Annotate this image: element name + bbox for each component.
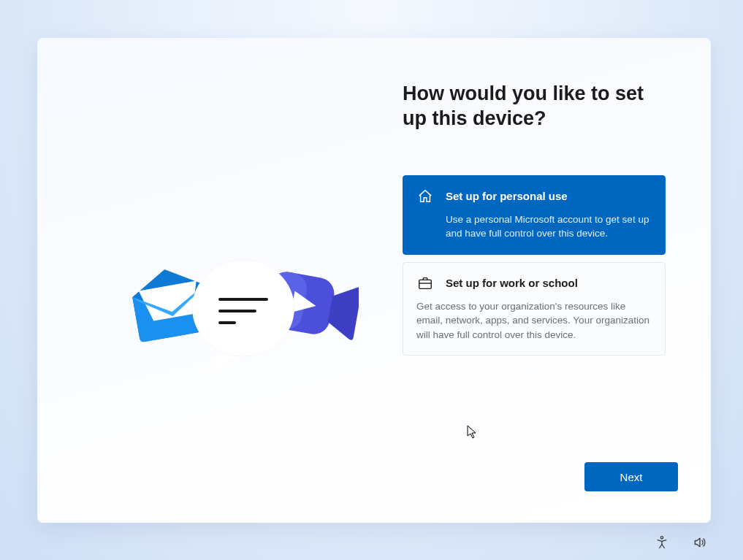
volume-icon[interactable] <box>690 532 710 553</box>
content-pane: How would you like to set up this device… <box>373 38 711 523</box>
option-personal-header: Set up for personal use <box>416 188 652 205</box>
svg-rect-7 <box>419 280 432 288</box>
briefcase-icon <box>416 275 434 292</box>
option-personal-description: Use a personal Microsoft account to get … <box>416 212 652 241</box>
option-work-title: Set up for work or school <box>446 277 578 289</box>
next-button[interactable]: Next <box>584 462 678 491</box>
option-work-header: Set up for work or school <box>416 275 652 292</box>
option-work-school[interactable]: Set up for work or school Get access to … <box>403 262 666 356</box>
home-icon <box>416 188 434 205</box>
option-personal-title: Set up for personal use <box>446 190 568 202</box>
setup-illustration <box>125 257 359 381</box>
svg-point-2 <box>192 260 294 356</box>
option-personal-use[interactable]: Set up for personal use Use a personal M… <box>403 175 666 255</box>
illustration-pane <box>37 38 373 523</box>
bottom-toolbar <box>652 532 710 553</box>
accessibility-icon[interactable] <box>652 532 672 553</box>
setup-card: How would you like to set up this device… <box>37 38 711 523</box>
page-heading: How would you like to set up this device… <box>403 82 667 131</box>
option-work-description: Get access to your organization's resour… <box>416 299 652 342</box>
svg-point-8 <box>660 537 663 539</box>
